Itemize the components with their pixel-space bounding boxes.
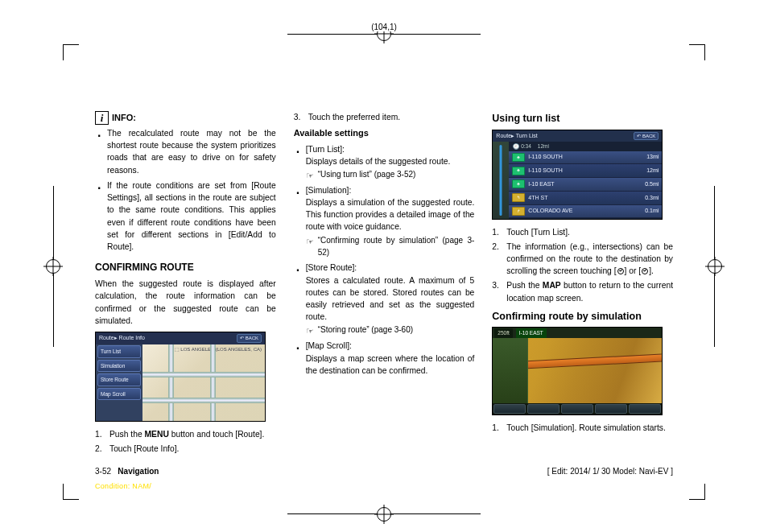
cross-ref: ☞“Storing route” (page 3-60): [306, 324, 475, 336]
column-2: 3.Touch the preferred item. Available se…: [294, 111, 475, 464]
sim-control-button: [527, 404, 559, 414]
setting-map-scroll: [Map Scroll]: Displays a map screen wher…: [294, 340, 475, 377]
btn-simulation: Simulation: [97, 360, 141, 373]
btn-store-route: Store Route: [97, 373, 141, 386]
setting-simulation: [Simulation]: Displays a simulation of t…: [294, 184, 475, 259]
screenshot-map-area: ⬚ LOS ANGELES (LOS ANGELES, CA): [142, 344, 265, 421]
map-road: [142, 398, 265, 403]
info-row: i INFO:: [95, 111, 276, 125]
highway-shield-icon: ◈: [512, 167, 525, 175]
setting-desc: Displays details of the suggested route.: [306, 155, 475, 167]
footer-left: 3-52 Navigation: [95, 467, 159, 476]
sim-distance-label: 250ft: [494, 328, 512, 338]
screenshot-topbar: 250ft I-10 EAST: [493, 328, 662, 338]
map-road: [142, 372, 265, 377]
setting-desc: Displays a simulation of the suggested r…: [306, 196, 475, 233]
crop-mark: [63, 484, 79, 500]
eta-label: 🕘 0:34: [513, 142, 531, 151]
total-dist-label: 12mi: [538, 142, 549, 151]
simulation-steps: 1.Touch [Simulation]. Route simulation s…: [492, 422, 673, 434]
scroll-up-icon: [617, 268, 624, 274]
step-item: 2.Touch [Route Info].: [95, 443, 276, 455]
back-button: ↶ BACK: [237, 334, 262, 343]
footer: 3-52 Navigation [ Edit: 2014/ 1/ 30 Mode…: [95, 467, 673, 476]
breadcrumb-label: Route▸ Route Info: [99, 334, 145, 343]
setting-turn-list: [Turn List]: Displays details of the sug…: [294, 143, 475, 181]
info-label: INFO:: [112, 111, 136, 124]
back-button: ↶ BACK: [634, 132, 659, 140]
sim-control-button: [493, 404, 526, 414]
turn-row: ◈I-110 SOUTH12mi: [509, 164, 662, 178]
footer-right: [ Edit: 2014/ 1/ 30 Model: Navi-EV ]: [547, 467, 673, 476]
turn-row: ↱COLORADO AVE0.1mi: [509, 205, 662, 219]
screenshot-topbar: Route▸ Route Info ↶ BACK: [96, 332, 265, 344]
heading-confirming-route: CONFIRMING ROUTE: [95, 261, 276, 275]
heading-confirming-by-simulation: Confirming route by simulation: [492, 309, 673, 324]
sim-control-bar: [493, 403, 662, 414]
info-bullet: The recalculated route may not be the sh…: [95, 127, 276, 176]
screenshot-topbar: Route▸ Turn List ↶ BACK: [493, 130, 662, 142]
turn-row: ◈I-10 EAST0.5mi: [509, 178, 662, 192]
map-road: [210, 344, 216, 421]
confirming-route-body: When the suggested route is displayed af…: [95, 278, 276, 327]
sim-route-label: I-10 EAST: [516, 328, 547, 338]
setting-desc: Displays a map screen where the location…: [306, 353, 475, 377]
simulation-screenshot: 250ft I-10 EAST: [492, 327, 663, 415]
step-list: 3.Touch the preferred item.: [294, 111, 475, 123]
route-info-screenshot: Route▸ Route Info ↶ BACK Turn List Simul…: [95, 332, 266, 422]
btn-map-scroll: Map Scroll: [97, 388, 141, 401]
sim-guidance-panel: [493, 338, 528, 403]
crop-mark: [689, 44, 705, 60]
step-item: 1.Touch [Turn List].: [492, 226, 673, 238]
cross-ref: ☞“Confirming route by simulation” (page …: [306, 235, 475, 259]
registration-mark-left: [46, 259, 60, 274]
map-road: [168, 344, 174, 421]
available-settings-list: [Turn List]: Displays details of the sug…: [294, 143, 475, 377]
step-item: 2.The information (e.g., intersections) …: [492, 241, 673, 278]
turn-arrow-icon: ↰: [512, 193, 525, 202]
turn-list-steps: 1.Touch [Turn List]. 2.The information (…: [492, 226, 673, 304]
highway-shield-icon: ◈: [512, 153, 525, 162]
step-item: 1.Push the MENU button and touch [Route]…: [95, 428, 276, 440]
setting-desc: Stores a calculated route. A maximum of …: [306, 274, 475, 324]
turn-row: ◈I-110 SOUTH13mi: [509, 151, 662, 165]
cross-ref: ☞“Using turn list” (page 3-52): [306, 169, 475, 181]
turn-rows: ◈I-110 SOUTH13mi ◈I-110 SOUTH12mi ◈I-10 …: [509, 151, 662, 219]
turn-arrow-icon: ↱: [512, 207, 525, 216]
map-region-label: ⬚ LOS ANGELES (LOS ANGELES, CA): [175, 346, 262, 353]
sim-control-button: [595, 404, 627, 414]
hand-icon: ☞: [306, 324, 314, 337]
setting-store-route: [Store Route]: Stores a calculated route…: [294, 262, 475, 336]
condition-label: Condition: NAM/: [95, 482, 151, 490]
step-item: 3.Touch the preferred item.: [294, 111, 475, 123]
hand-icon: ☞: [306, 235, 314, 248]
turn-row: ↰4TH ST0.3mi: [509, 192, 662, 205]
page-canvas: (104,1) i INFO: The recalculated route m…: [0, 0, 768, 532]
sim-control-button: [561, 404, 593, 414]
route-stripe: [493, 142, 509, 219]
turn-list-screenshot: Route▸ Turn List ↶ BACK 🕘 0:34 12mi ◈I-1…: [492, 130, 663, 220]
confirm-steps: 1.Push the MENU button and touch [Route]…: [95, 428, 276, 455]
info-bullet-list: The recalculated route may not be the sh…: [95, 127, 276, 253]
highway-shield-icon: ◈: [512, 179, 525, 188]
btn-turn-list: Turn List: [97, 345, 141, 358]
page-coordinates: (104,1): [368, 23, 400, 31]
crop-mark: [63, 44, 79, 60]
breadcrumb-label: Route▸ Turn List: [496, 132, 537, 140]
step-item: 3.Push the MAP button to return to the c…: [492, 279, 673, 303]
hand-icon: ☞: [306, 169, 314, 182]
registration-mark-right: [708, 259, 722, 274]
step-item: 1.Touch [Simulation]. Route simulation s…: [492, 422, 673, 434]
registration-mark-bottom: [377, 507, 391, 522]
column-1: i INFO: The recalculated route may not b…: [95, 111, 276, 464]
sim-control-button: [629, 404, 661, 414]
heading-available-settings: Available settings: [294, 126, 475, 139]
scroll-down-icon: [642, 268, 648, 274]
crop-mark: [689, 484, 705, 500]
info-bullet: If the route conditions are set from [Ro…: [95, 179, 276, 253]
screenshot-side-buttons: Turn List Simulation Store Route Map Scr…: [96, 344, 142, 421]
screenshot-subbar: 🕘 0:34 12mi: [509, 142, 662, 151]
column-3: Using turn list Route▸ Turn List ↶ BACK …: [492, 111, 673, 464]
content-columns: i INFO: The recalculated route may not b…: [95, 111, 673, 464]
heading-using-turn-list: Using turn list: [492, 111, 673, 126]
